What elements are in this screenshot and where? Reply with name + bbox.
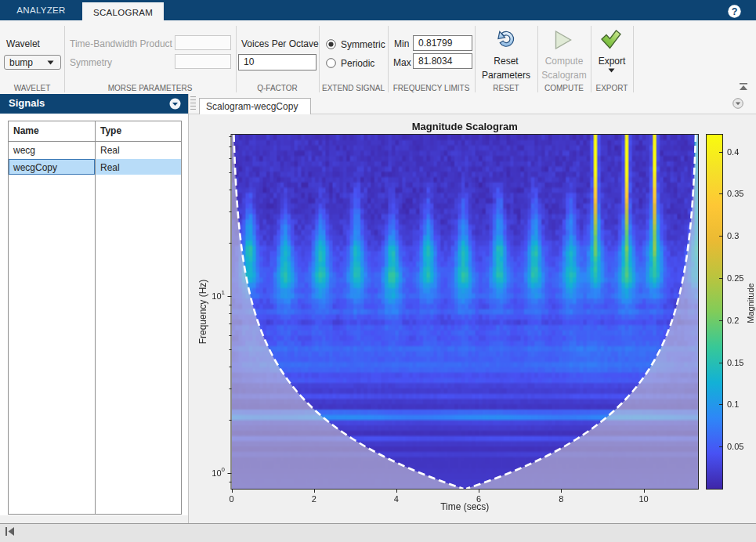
svg-text:?: ? xyxy=(732,6,738,17)
